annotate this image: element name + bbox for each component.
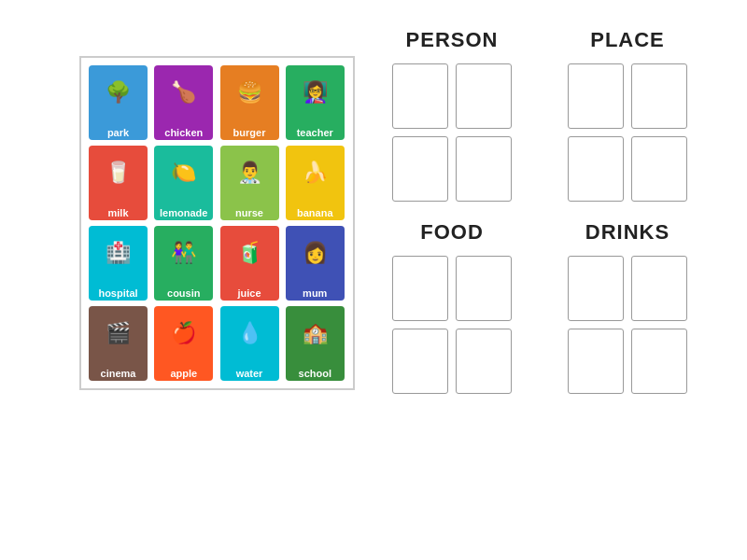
card-label-nurse: nurse [220, 205, 279, 220]
person-cell-2[interactable] [456, 63, 512, 129]
card-school[interactable]: 🏫school [286, 306, 345, 381]
food-cell-1[interactable] [392, 256, 448, 321]
food-section: FOOD [392, 220, 512, 394]
drinks-cell-2[interactable] [631, 256, 687, 321]
card-image-hospital: 🏥 [89, 226, 148, 280]
card-image-apple: 🍎 [154, 306, 213, 360]
card-image-school: 🏫 [286, 306, 345, 360]
person-cell-1[interactable] [392, 63, 448, 129]
card-label-hospital: hospital [89, 286, 148, 301]
place-cell-2[interactable] [631, 63, 687, 129]
drinks-title: DRINKS [585, 220, 669, 245]
card-hospital[interactable]: 🏥hospital [89, 226, 148, 301]
card-label-lemonade: lemonade [154, 205, 213, 220]
person-cell-4[interactable] [456, 136, 512, 202]
food-cell-2[interactable] [456, 256, 512, 321]
card-label-school: school [286, 366, 345, 381]
card-image-cousin: 👫 [154, 226, 213, 280]
bottom-categories: FOOD DRINKS [374, 220, 728, 394]
card-park[interactable]: 🌳park [89, 65, 148, 140]
card-label-mum: mum [286, 286, 345, 301]
place-drop-grid [568, 63, 687, 202]
top-categories: PERSON PLACE [374, 28, 728, 202]
card-image-nurse: 👨‍⚕️ [220, 146, 279, 200]
card-label-water: water [220, 366, 279, 381]
card-juice[interactable]: 🧃juice [220, 226, 279, 301]
person-section: PERSON [392, 28, 512, 202]
card-image-mum: 👩 [286, 226, 345, 280]
food-drop-grid [392, 256, 512, 394]
card-image-banana: 🍌 [286, 146, 345, 200]
place-cell-1[interactable] [568, 63, 624, 129]
card-water[interactable]: 💧water [220, 306, 279, 381]
food-title: FOOD [420, 220, 484, 245]
person-drop-grid [392, 63, 512, 202]
card-label-cinema: cinema [89, 366, 148, 381]
card-label-cousin: cousin [154, 286, 213, 301]
card-lemonade[interactable]: 🍋lemonade [154, 146, 213, 220]
card-label-milk: milk [89, 205, 148, 220]
card-grid: 🌳park🍗chicken🍔burger👩‍🏫teacher🥛milk🍋lemo… [79, 56, 355, 390]
food-cell-4[interactable] [456, 329, 512, 394]
card-image-burger: 🍔 [220, 65, 279, 119]
card-image-cinema: 🎬 [89, 306, 148, 360]
drinks-drop-grid [568, 256, 687, 394]
card-apple[interactable]: 🍎apple [154, 306, 213, 381]
card-mum[interactable]: 👩mum [286, 226, 345, 301]
person-cell-3[interactable] [392, 136, 448, 202]
card-image-lemonade: 🍋 [154, 146, 213, 200]
card-label-park: park [89, 125, 148, 140]
place-section: PLACE [568, 28, 687, 202]
card-burger[interactable]: 🍔burger [220, 65, 279, 140]
card-label-teacher: teacher [286, 125, 345, 140]
card-label-chicken: chicken [154, 125, 213, 140]
person-title: PERSON [406, 28, 499, 52]
card-label-burger: burger [220, 125, 279, 140]
card-image-park: 🌳 [89, 65, 148, 119]
place-cell-4[interactable] [631, 136, 687, 202]
card-label-juice: juice [220, 286, 279, 301]
card-nurse[interactable]: 👨‍⚕️nurse [220, 146, 279, 220]
card-image-water: 💧 [220, 306, 279, 360]
drinks-cell-4[interactable] [631, 329, 687, 394]
drinks-section: DRINKS [568, 220, 687, 394]
card-label-banana: banana [286, 205, 345, 220]
sorting-panel: PERSON PLACE FOOD [374, 28, 728, 394]
food-cell-3[interactable] [392, 329, 448, 394]
card-teacher[interactable]: 👩‍🏫teacher [286, 65, 345, 140]
card-image-chicken: 🍗 [154, 65, 213, 119]
place-title: PLACE [590, 28, 665, 52]
card-milk[interactable]: 🥛milk [89, 146, 148, 220]
place-cell-3[interactable] [568, 136, 624, 202]
card-banana[interactable]: 🍌banana [286, 146, 345, 220]
card-image-teacher: 👩‍🏫 [286, 65, 345, 119]
card-cinema[interactable]: 🎬cinema [89, 306, 148, 381]
drinks-cell-3[interactable] [568, 329, 624, 394]
card-cousin[interactable]: 👫cousin [154, 226, 213, 301]
card-chicken[interactable]: 🍗chicken [154, 65, 213, 140]
card-image-milk: 🥛 [89, 146, 148, 200]
card-label-apple: apple [154, 366, 213, 381]
card-image-juice: 🧃 [220, 226, 279, 280]
drinks-cell-1[interactable] [568, 256, 624, 321]
